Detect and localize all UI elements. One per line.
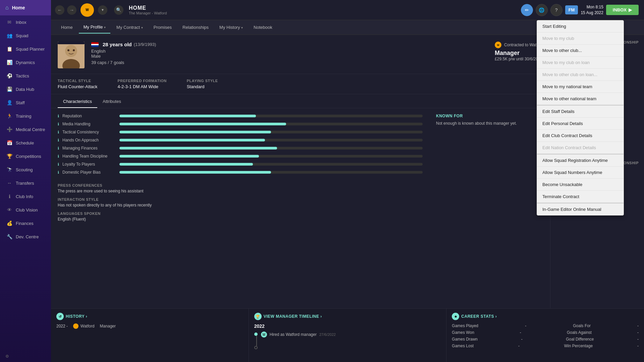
sidebar-item-scouting[interactable]: 🔭 Scouting bbox=[0, 163, 51, 176]
char-info-icon[interactable]: ℹ bbox=[58, 154, 59, 159]
page-subtitle: The Manager - Watford bbox=[129, 11, 167, 15]
char-row: ℹ Tactical Consistency bbox=[58, 130, 423, 134]
timeline-label[interactable]: VIEW MANAGER TIMELINE › bbox=[264, 314, 322, 319]
char-info-icon[interactable]: ℹ bbox=[58, 122, 59, 126]
timeline-dot bbox=[254, 333, 258, 336]
team-dropdown-button[interactable]: ▼ bbox=[98, 5, 107, 15]
subnav-my-profile[interactable]: My Profile ▾ bbox=[79, 21, 110, 34]
subnav-relationships[interactable]: Relationships bbox=[178, 21, 213, 33]
char-info-icon[interactable]: ℹ bbox=[58, 146, 59, 150]
profile-caps: 39 caps / 7 goals bbox=[91, 60, 481, 65]
history-club-name: Watford bbox=[80, 324, 95, 328]
sidebar-item-club-vision[interactable]: 👁 Club Vision bbox=[0, 203, 51, 217]
char-row: ℹ Hands On Approach bbox=[58, 138, 423, 142]
tactical-style-label: TACTICAL STYLE bbox=[58, 79, 98, 83]
editor-icon-button[interactable]: ✏ bbox=[521, 4, 533, 16]
career-stats-list: Games Played - Goals For - Games Won - G… bbox=[452, 323, 550, 348]
characteristics-content: ℹ Reputation ℹ Media Handling ℹ Tactical… bbox=[51, 108, 550, 183]
dropdown-item-allow-squad-numbers[interactable]: Allow Squad Numbers Anytime bbox=[537, 167, 624, 179]
sidebar-item-staff[interactable]: 👤 Staff bbox=[0, 96, 51, 109]
search-button[interactable]: 🔍 bbox=[114, 5, 123, 15]
dropdown-item-become-unsackable[interactable]: Become Unsackable bbox=[537, 179, 624, 191]
sidebar-item-finances[interactable]: 💰 Finances bbox=[0, 217, 51, 230]
playing-style-block: PLAYING STYLE Standard bbox=[187, 79, 218, 89]
sidebar-item-schedule[interactable]: 📅 Schedule bbox=[0, 136, 51, 149]
team-badge[interactable]: W bbox=[80, 3, 94, 17]
dropdown-item-edit-personal[interactable]: Edit Personal Details bbox=[537, 118, 624, 130]
sidebar-item-transfers[interactable]: ↔ Transfers bbox=[0, 176, 51, 190]
home-icon: ⌂ bbox=[5, 5, 9, 11]
sidebar-item-training[interactable]: 🏃 Training bbox=[0, 109, 51, 123]
sidebar-item-inbox[interactable]: ✉ Inbox bbox=[0, 15, 51, 29]
char-bar bbox=[119, 123, 286, 125]
staff-icon: 👤 bbox=[6, 100, 12, 105]
interaction-value: Has not spoken directly to any of his pl… bbox=[58, 203, 543, 207]
dropdown-item-terminate-contract[interactable]: Terminate Contract bbox=[537, 191, 624, 203]
sidebar-bottom-icon[interactable]: ⚙ bbox=[0, 351, 51, 362]
transfers-icon: ↔ bbox=[6, 180, 12, 186]
dropdown-item-ingame-manual[interactable]: In-Game Editor Online Manual bbox=[537, 203, 624, 215]
profile-gender: Male bbox=[91, 54, 481, 59]
subnav-arrow-icon: ▾ bbox=[241, 26, 243, 29]
char-bar bbox=[119, 171, 271, 174]
sidebar-item-squad-planner[interactable]: 📋 Squad Planner bbox=[0, 42, 51, 56]
career-label[interactable]: CAREER STATS › bbox=[461, 314, 497, 319]
dev-centre-icon: 🔧 bbox=[6, 234, 12, 239]
sidebar-item-label: Dev. Centre bbox=[16, 234, 39, 239]
sidebar-item-label: Training bbox=[16, 114, 31, 119]
dropdown-item-start-editing[interactable]: Start Editing bbox=[537, 20, 624, 33]
formation-value: 4-2-3-1 DM AM Wide bbox=[118, 84, 167, 89]
char-info-icon[interactable]: ℹ bbox=[58, 130, 59, 134]
globe-icon-button[interactable]: 🌐 bbox=[536, 4, 548, 16]
interaction-style-section: INTERACTION STYLE Has not spoken directl… bbox=[58, 197, 543, 207]
sidebar-item-dev-centre[interactable]: 🔧 Dev. Centre bbox=[0, 230, 51, 243]
dropdown-item-move-other-national[interactable]: Move to other national team bbox=[537, 93, 624, 105]
subnav-my-history[interactable]: My History ▾ bbox=[215, 21, 248, 33]
sidebar-item-data-hub[interactable]: 💾 Data Hub bbox=[0, 82, 51, 96]
char-info-icon[interactable]: ℹ bbox=[58, 162, 59, 167]
sidebar-item-club-info[interactable]: ℹ Club Info bbox=[0, 190, 51, 203]
tab-characteristics[interactable]: Characteristics bbox=[58, 96, 97, 108]
subnav-notebook[interactable]: Notebook bbox=[249, 21, 277, 33]
sidebar-home-item[interactable]: ⌂ Home bbox=[0, 0, 51, 15]
training-icon: 🏃 bbox=[6, 113, 12, 119]
schedule-icon: 📅 bbox=[6, 140, 12, 145]
finances-icon: 💰 bbox=[6, 221, 12, 226]
sidebar-item-label: Medical Centre bbox=[16, 127, 45, 132]
dropdown-item-edit-staff-details[interactable]: Edit Staff Details bbox=[537, 105, 624, 118]
subnav-home[interactable]: Home bbox=[56, 21, 77, 33]
press-conferences-section: PRESS CONFERENCES The press are more use… bbox=[58, 183, 543, 193]
history-label[interactable]: HISTORY › bbox=[66, 314, 87, 319]
inbox-button[interactable]: INBOX ▶ bbox=[606, 5, 639, 15]
avatar-face bbox=[58, 42, 85, 68]
history-icon: ↺ bbox=[56, 313, 64, 320]
forward-button[interactable]: → bbox=[67, 5, 76, 15]
sidebar-item-competitions[interactable]: 🏆 Competitions bbox=[0, 149, 51, 163]
subnav-my-contract[interactable]: My Contract ▾ bbox=[112, 21, 148, 33]
dropdown-item-move-my-national[interactable]: Move to my national team bbox=[537, 81, 624, 93]
tab-attributes[interactable]: Attributes bbox=[97, 96, 126, 108]
dropdown-item-move-other-club[interactable]: Move to other club... bbox=[537, 45, 624, 57]
timeline-title: 🏆 VIEW MANAGER TIMELINE › bbox=[254, 313, 441, 320]
char-info-icon[interactable]: ℹ bbox=[58, 114, 59, 118]
dropdown-item-edit-club-contract[interactable]: Edit Club Contract Details bbox=[537, 130, 624, 142]
back-button[interactable]: ← bbox=[55, 5, 64, 15]
fm-button[interactable]: FM bbox=[565, 5, 578, 14]
england-flag bbox=[91, 42, 99, 47]
characteristics-tabs: Characteristics Attributes bbox=[51, 96, 550, 108]
char-name: Domestic Player Bias bbox=[62, 170, 116, 175]
help-icon-button[interactable]: ? bbox=[550, 4, 562, 16]
char-bar bbox=[119, 115, 256, 117]
char-info-icon[interactable]: ℹ bbox=[58, 138, 59, 142]
sidebar-item-medical[interactable]: ➕ Medical Centre bbox=[0, 123, 51, 136]
char-info-icon[interactable]: ℹ bbox=[58, 170, 59, 175]
sidebar-item-tactics[interactable]: ⚽ Tactics bbox=[0, 69, 51, 82]
sidebar-item-dynamics[interactable]: 📊 Dynamics bbox=[0, 56, 51, 69]
profile-info: 28 years old (13/9/1993) English Male 39… bbox=[91, 42, 481, 65]
subnav-promises[interactable]: Promises bbox=[149, 21, 176, 33]
playing-style-value: Standard bbox=[187, 84, 218, 89]
inbox-icon: ✉ bbox=[6, 19, 12, 25]
dropdown-item-allow-squad-reg[interactable]: Allow Squad Registration Anytime bbox=[537, 154, 624, 167]
char-bar-container bbox=[119, 155, 423, 158]
sidebar-item-squad[interactable]: 👥 Squad bbox=[0, 29, 51, 42]
